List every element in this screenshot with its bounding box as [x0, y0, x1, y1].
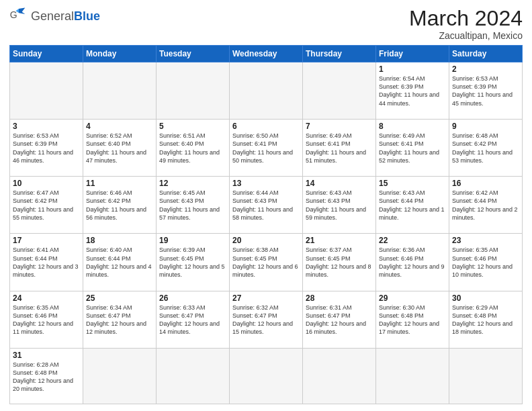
col-header-friday: Friday [376, 46, 449, 62]
table-row [83, 62, 157, 120]
table-row: 23Sunrise: 6:35 AM Sunset: 6:46 PM Dayli… [449, 234, 523, 291]
table-row [10, 62, 83, 120]
day-info: Sunrise: 6:47 AM Sunset: 6:42 PM Dayligh… [13, 189, 80, 222]
day-info: Sunrise: 6:53 AM Sunset: 6:39 PM Dayligh… [13, 132, 80, 165]
day-info: Sunrise: 6:32 AM Sunset: 6:47 PM Dayligh… [232, 304, 300, 336]
day-info: Sunrise: 6:39 AM Sunset: 6:45 PM Dayligh… [159, 246, 226, 279]
table-row: 15Sunrise: 6:43 AM Sunset: 6:44 PM Dayli… [376, 177, 449, 234]
day-number: 24 [13, 293, 80, 303]
table-row: 3Sunrise: 6:53 AM Sunset: 6:39 PM Daylig… [10, 120, 83, 177]
logo-blue: Blue [74, 9, 100, 23]
table-row: 11Sunrise: 6:46 AM Sunset: 6:42 PM Dayli… [83, 177, 157, 234]
table-row [157, 62, 230, 120]
day-number: 31 [13, 351, 80, 360]
table-row: 19Sunrise: 6:39 AM Sunset: 6:45 PM Dayli… [157, 234, 230, 291]
day-info: Sunrise: 6:49 AM Sunset: 6:41 PM Dayligh… [306, 132, 373, 165]
day-number: 22 [379, 236, 446, 245]
day-info: Sunrise: 6:53 AM Sunset: 6:39 PM Dayligh… [452, 75, 519, 107]
day-info: Sunrise: 6:52 AM Sunset: 6:40 PM Dayligh… [86, 132, 153, 165]
table-row: 1Sunrise: 6:54 AM Sunset: 6:39 PM Daylig… [376, 62, 449, 120]
header: G GeneralBlue March 2024 Zacualtipan, Me… [9, 7, 523, 41]
day-number: 19 [159, 236, 226, 245]
day-info: Sunrise: 6:42 AM Sunset: 6:44 PM Dayligh… [452, 189, 519, 222]
day-info: Sunrise: 6:45 AM Sunset: 6:43 PM Dayligh… [159, 189, 226, 222]
table-row: 26Sunrise: 6:33 AM Sunset: 6:47 PM Dayli… [157, 291, 230, 348]
day-number: 21 [306, 236, 373, 245]
table-row [303, 62, 376, 120]
day-number: 27 [232, 293, 300, 303]
day-info: Sunrise: 6:50 AM Sunset: 6:41 PM Dayligh… [232, 132, 300, 165]
calendar-table: SundayMondayTuesdayWednesdayThursdayFrid… [9, 45, 523, 404]
table-row: 13Sunrise: 6:44 AM Sunset: 6:43 PM Dayli… [230, 177, 303, 234]
table-row [303, 348, 376, 404]
col-header-monday: Monday [83, 46, 157, 62]
table-row: 21Sunrise: 6:37 AM Sunset: 6:45 PM Dayli… [303, 234, 376, 291]
day-info: Sunrise: 6:49 AM Sunset: 6:41 PM Dayligh… [379, 132, 446, 165]
day-number: 1 [379, 64, 446, 74]
day-info: Sunrise: 6:33 AM Sunset: 6:47 PM Dayligh… [159, 304, 226, 336]
day-number: 30 [452, 293, 519, 303]
day-info: Sunrise: 6:43 AM Sunset: 6:44 PM Dayligh… [379, 189, 446, 222]
table-row [230, 62, 303, 120]
day-number: 7 [306, 122, 373, 131]
day-number: 9 [452, 122, 519, 131]
day-info: Sunrise: 6:43 AM Sunset: 6:43 PM Dayligh… [306, 189, 373, 222]
table-row: 31Sunrise: 6:28 AM Sunset: 6:48 PM Dayli… [10, 348, 83, 404]
day-number: 17 [13, 236, 80, 245]
day-number: 28 [306, 293, 373, 303]
table-row: 14Sunrise: 6:43 AM Sunset: 6:43 PM Dayli… [303, 177, 376, 234]
table-row: 5Sunrise: 6:51 AM Sunset: 6:40 PM Daylig… [157, 120, 230, 177]
day-info: Sunrise: 6:44 AM Sunset: 6:43 PM Dayligh… [232, 189, 300, 222]
table-row: 2Sunrise: 6:53 AM Sunset: 6:39 PM Daylig… [449, 62, 523, 120]
table-row: 27Sunrise: 6:32 AM Sunset: 6:47 PM Dayli… [230, 291, 303, 348]
day-number: 11 [86, 179, 153, 188]
page: G GeneralBlue March 2024 Zacualtipan, Me… [0, 0, 532, 411]
logo-general: General [31, 9, 74, 23]
day-number: 2 [452, 64, 519, 74]
day-info: Sunrise: 6:28 AM Sunset: 6:48 PM Dayligh… [13, 361, 80, 394]
day-number: 29 [379, 293, 446, 303]
day-info: Sunrise: 6:51 AM Sunset: 6:40 PM Dayligh… [159, 132, 226, 165]
day-number: 6 [232, 122, 300, 131]
table-row: 20Sunrise: 6:38 AM Sunset: 6:45 PM Dayli… [230, 234, 303, 291]
table-row: 30Sunrise: 6:29 AM Sunset: 6:48 PM Dayli… [449, 291, 523, 348]
table-row: 29Sunrise: 6:30 AM Sunset: 6:48 PM Dayli… [376, 291, 449, 348]
title-block: March 2024 Zacualtipan, Mexico [409, 7, 523, 41]
day-info: Sunrise: 6:29 AM Sunset: 6:48 PM Dayligh… [452, 304, 519, 336]
table-row: 12Sunrise: 6:45 AM Sunset: 6:43 PM Dayli… [157, 177, 230, 234]
day-info: Sunrise: 6:46 AM Sunset: 6:42 PM Dayligh… [86, 189, 153, 222]
logo-text: GeneralBlue [31, 9, 100, 24]
table-row: 4Sunrise: 6:52 AM Sunset: 6:40 PM Daylig… [83, 120, 157, 177]
day-number: 5 [159, 122, 226, 131]
day-info: Sunrise: 6:38 AM Sunset: 6:45 PM Dayligh… [232, 246, 300, 279]
table-row: 6Sunrise: 6:50 AM Sunset: 6:41 PM Daylig… [230, 120, 303, 177]
table-row: 16Sunrise: 6:42 AM Sunset: 6:44 PM Dayli… [449, 177, 523, 234]
table-row: 28Sunrise: 6:31 AM Sunset: 6:47 PM Dayli… [303, 291, 376, 348]
day-number: 23 [452, 236, 519, 245]
day-number: 4 [86, 122, 153, 131]
day-info: Sunrise: 6:37 AM Sunset: 6:45 PM Dayligh… [306, 246, 373, 279]
col-header-thursday: Thursday [303, 46, 376, 62]
table-row: 10Sunrise: 6:47 AM Sunset: 6:42 PM Dayli… [10, 177, 83, 234]
table-row [376, 348, 449, 404]
table-row: 7Sunrise: 6:49 AM Sunset: 6:41 PM Daylig… [303, 120, 376, 177]
table-row [157, 348, 230, 404]
table-row [230, 348, 303, 404]
day-info: Sunrise: 6:54 AM Sunset: 6:39 PM Dayligh… [379, 75, 446, 107]
table-row [449, 348, 523, 404]
col-header-wednesday: Wednesday [230, 46, 303, 62]
day-number: 16 [452, 179, 519, 188]
table-row: 25Sunrise: 6:34 AM Sunset: 6:47 PM Dayli… [83, 291, 157, 348]
location: Zacualtipan, Mexico [409, 30, 523, 41]
day-info: Sunrise: 6:35 AM Sunset: 6:46 PM Dayligh… [452, 246, 519, 279]
table-row [83, 348, 157, 404]
day-info: Sunrise: 6:34 AM Sunset: 6:47 PM Dayligh… [86, 304, 153, 336]
day-number: 26 [159, 293, 226, 303]
day-number: 3 [13, 122, 80, 131]
day-info: Sunrise: 6:35 AM Sunset: 6:46 PM Dayligh… [13, 304, 80, 336]
col-header-tuesday: Tuesday [157, 46, 230, 62]
day-number: 8 [379, 122, 446, 131]
day-number: 18 [86, 236, 153, 245]
table-row: 18Sunrise: 6:40 AM Sunset: 6:44 PM Dayli… [83, 234, 157, 291]
day-info: Sunrise: 6:31 AM Sunset: 6:47 PM Dayligh… [306, 304, 373, 336]
